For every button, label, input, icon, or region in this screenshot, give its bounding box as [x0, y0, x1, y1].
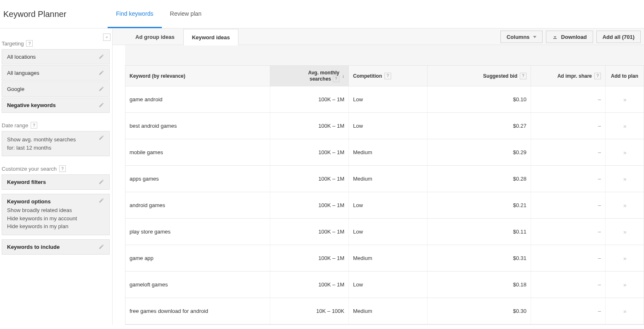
columns-button[interactable]: Columns — [500, 31, 543, 43]
keyword-text: game android — [130, 96, 163, 103]
keyword-filters[interactable]: Keyword filters — [2, 174, 110, 190]
cell-competition: Medium — [349, 298, 428, 324]
help-icon[interactable]: ? — [594, 73, 601, 79]
cell-searches: 100K – 1M — [270, 86, 349, 112]
table-row: gameloft games100K – 1MLow$0.18–» — [125, 272, 644, 298]
cell-ad-impr-share: – — [531, 139, 606, 165]
tab-review-plan[interactable]: Review plan — [162, 0, 210, 28]
cell-add-to-plan: » — [606, 166, 644, 192]
th-suggested-bid[interactable]: Suggested bid ? — [428, 66, 531, 86]
top-tabs: Find keywords Review plan — [108, 0, 210, 28]
cell-add-to-plan: » — [606, 86, 644, 112]
cell-keyword[interactable]: free games download for android — [125, 298, 270, 324]
add-to-plan-button[interactable]: » — [623, 308, 626, 315]
cell-searches: 100K – 1M — [270, 192, 349, 218]
cell-ad-impr-share: – — [531, 86, 606, 112]
th-avg-monthly-searches[interactable]: Avg. monthly searches ? ↓ — [270, 66, 349, 86]
sub-tab-keyword-ideas[interactable]: Keyword ideas — [183, 29, 239, 45]
add-to-plan-button[interactable]: » — [623, 176, 626, 182]
keyword-options[interactable]: Keyword options Show broadly related ide… — [2, 194, 110, 235]
columns-button-label: Columns — [507, 34, 530, 40]
cell-searches: 10K – 100K — [270, 298, 349, 324]
cell-ad-impr-share: – — [531, 113, 606, 139]
keyword-text: gameloft games — [130, 281, 168, 288]
table-row: apps games100K – 1MMedium$0.28–» — [125, 166, 644, 192]
add-to-plan-button[interactable]: » — [623, 281, 626, 288]
table-row: android games100K – 1MLow$0.21–» — [125, 192, 644, 219]
add-to-plan-button[interactable]: » — [623, 149, 626, 156]
cell-ad-impr-share: – — [531, 166, 606, 192]
cell-searches: 100K – 1M — [270, 166, 349, 192]
cell-suggested-bid: $0.27 — [428, 113, 531, 139]
help-icon[interactable]: ? — [26, 40, 33, 47]
cell-keyword[interactable]: apps games — [125, 166, 270, 192]
table-row: play store games100K – 1MLow$0.11–» — [125, 219, 644, 245]
cell-keyword[interactable]: play store games — [125, 219, 270, 245]
date-range-block[interactable]: Show avg. monthly searches for: last 12 … — [2, 131, 110, 156]
keyword-text: play store games — [130, 229, 171, 235]
targeting-locations[interactable]: All locations — [2, 49, 110, 64]
add-to-plan-button[interactable]: » — [623, 255, 626, 262]
add-to-plan-button[interactable]: » — [623, 96, 626, 103]
th-ad-impr-share[interactable]: Ad impr. share ? — [531, 66, 606, 86]
cell-ad-impr-share: – — [531, 192, 606, 218]
targeting-network[interactable]: Google — [2, 81, 110, 97]
cell-add-to-plan: » — [606, 192, 644, 218]
pencil-icon — [99, 179, 104, 185]
cell-keyword[interactable]: mobile games — [125, 139, 270, 165]
targeting-section-label: Targeting ? — [2, 40, 110, 47]
keyword-text: apps games — [130, 176, 159, 182]
cell-ad-impr-share: – — [531, 298, 606, 324]
help-icon[interactable]: ? — [384, 73, 391, 79]
add-to-plan-button[interactable]: » — [623, 229, 626, 235]
tab-find-keywords[interactable]: Find keywords — [108, 0, 161, 28]
cell-keyword[interactable]: android games — [125, 192, 270, 218]
th-add-to-plan: Add to plan — [606, 66, 644, 86]
download-icon — [552, 34, 558, 40]
keyword-table: Keyword (by relevance) Avg. monthly sear… — [125, 66, 644, 325]
targeting-languages[interactable]: All languages — [2, 65, 110, 81]
add-to-plan-button[interactable]: » — [623, 123, 626, 129]
help-icon[interactable]: ? — [31, 122, 37, 129]
targeting-label-text: Targeting — [2, 41, 24, 47]
cell-keyword[interactable]: game app — [125, 245, 270, 271]
date-range-line1: Show avg. monthly searches — [7, 136, 104, 144]
pencil-icon — [99, 54, 104, 60]
sort-arrow-down-icon: ↓ — [342, 73, 344, 79]
cell-competition: Low — [349, 113, 428, 139]
cell-competition: Low — [349, 86, 428, 112]
help-icon[interactable]: ? — [520, 73, 526, 79]
add-all-button[interactable]: Add all (701) — [596, 31, 641, 43]
customize-label-text: Customize your search — [2, 166, 57, 172]
keyword-options-line3: Hide keywords in my plan — [7, 222, 104, 231]
help-icon[interactable]: ? — [59, 165, 66, 172]
targeting-negative-keywords[interactable]: Negative keywords — [2, 98, 110, 113]
keyword-text: best android games — [130, 123, 177, 129]
main: Ad group ideas Keyword ideas Columns Dow… — [112, 29, 644, 325]
collapse-sidebar-button[interactable]: « — [103, 33, 111, 41]
download-button[interactable]: Download — [546, 31, 593, 43]
keyword-options-line2: Hide keywords in my account — [7, 215, 104, 223]
add-to-plan-button[interactable]: » — [623, 202, 626, 209]
table-row: free games download for android10K – 100… — [125, 298, 644, 324]
th-competition[interactable]: Competition ? — [349, 66, 428, 86]
th-keyword[interactable]: Keyword (by relevance) — [125, 66, 270, 86]
th-ams-line2: searches — [310, 76, 331, 82]
sidebar: « Targeting ? All locations All language… — [0, 29, 112, 325]
cell-keyword[interactable]: game android — [125, 86, 270, 112]
targeting-negative-keywords-label: Negative keywords — [7, 102, 56, 108]
chevron-down-icon — [533, 36, 536, 38]
cell-searches: 100K – 1M — [270, 113, 349, 139]
cell-keyword[interactable]: best android games — [125, 113, 270, 139]
sub-tab-ad-group-ideas[interactable]: Ad group ideas — [127, 29, 183, 45]
keywords-to-include[interactable]: Keywords to include — [2, 239, 110, 255]
page-title: Keyword Planner — [3, 10, 83, 19]
th-keyword-label: Keyword (by relevance) — [130, 73, 185, 79]
keyword-text: android games — [130, 202, 165, 208]
cell-keyword[interactable]: gameloft games — [125, 272, 270, 298]
cell-competition: Low — [349, 192, 428, 218]
cell-suggested-bid: $0.21 — [428, 192, 531, 218]
cell-searches: 100K – 1M — [270, 139, 349, 165]
cell-competition: Low — [349, 272, 428, 298]
help-icon[interactable]: ? — [333, 76, 339, 82]
